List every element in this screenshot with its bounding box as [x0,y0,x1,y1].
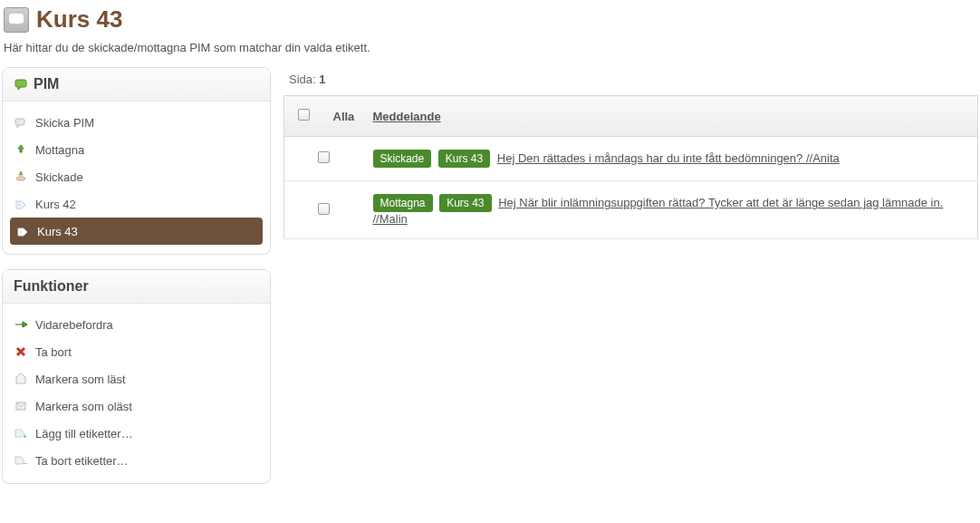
svg-point-3 [18,204,20,206]
page-label: Sida: [289,73,316,86]
nav-item-skickade[interactable]: Skickade [3,163,270,190]
row-checkbox[interactable] [318,203,330,215]
pim-panel-title: PIM [34,76,59,92]
func-vidarebefordra[interactable]: Vidarebefordra [3,311,270,338]
tag-icon [15,224,30,238]
compose-icon [14,115,28,130]
envelope-closed-icon [14,399,28,413]
nav-item-kurs-42[interactable]: Kurs 42 [3,190,270,218]
sent-icon [14,169,28,184]
tag-icon [14,197,28,211]
inbox-icon [14,142,28,157]
svg-rect-1 [15,119,24,125]
func-ta-bort-etiketter[interactable]: – Ta bort etiketter… [3,447,270,474]
delete-icon [14,344,28,359]
svg-point-4 [20,231,22,233]
func-label: Ta bort etiketter… [35,454,129,468]
func-label: Ta bort [35,345,72,359]
select-all-checkbox[interactable] [298,109,310,121]
table-row: Mottagna Kurs 43 Hej När blir inlämnings… [284,181,978,239]
svg-rect-0 [15,80,26,87]
func-ta-bort[interactable]: Ta bort [3,338,270,365]
nav-item-label: Mottagna [35,143,84,157]
table-row: Skickade Kurs 43 Hej Den rättades i månd… [284,137,978,181]
status-badge: Skickade [373,150,432,168]
row-checkbox[interactable] [318,151,330,163]
func-label: Lägg till etiketter… [35,427,133,441]
nav-item-kurs-43[interactable]: Kurs 43 [10,218,263,245]
messages-table: Alla Meddelande Skickade Kurs 43 Hej Den [283,95,978,239]
func-label: Vidarebefordra [35,318,113,332]
col-checkbox [284,96,324,137]
nav-item-label: Kurs 42 [35,198,76,211]
svg-text:+: + [23,432,27,440]
nav-item-mottagna[interactable]: Mottagna [3,136,270,163]
page-description: Här hittar du de skickade/mottagna PIM s… [0,41,980,67]
func-label: Markera som oläst [35,400,132,413]
pagination: Sida: 1 [283,67,978,95]
tag-remove-icon: – [14,453,28,468]
tag-badge: Kurs 43 [438,150,490,168]
pim-panel: PIM Skicka PIM Mottagna [2,67,271,255]
col-meddelande-label[interactable]: Meddelande [373,110,441,123]
svg-point-2 [16,177,25,180]
functions-panel: Funktioner Vidarebefordra Ta bort [2,269,271,484]
svg-text:–: – [23,459,27,467]
col-meddelande[interactable]: Meddelande [364,96,978,137]
func-lagg-till-etiketter[interactable]: + Lägg till etiketter… [3,420,270,447]
page-number: 1 [319,73,325,86]
message-link[interactable]: Hej Den rättades i måndags har du inte f… [497,151,840,165]
nav-item-label: Skickade [35,170,83,184]
functions-panel-header: Funktioner [3,270,270,304]
nav-item-label: Kurs 43 [37,225,78,238]
func-markera-last[interactable]: Markera som läst [3,365,270,392]
status-badge: Mottagna [373,194,433,212]
pim-icon [14,77,28,92]
envelope-open-icon [14,372,28,386]
speech-bubble-icon [4,7,29,33]
pim-panel-header: PIM [3,68,270,102]
col-alla[interactable]: Alla [324,96,364,137]
tag-badge: Kurs 43 [439,194,491,212]
nav-item-label: Skicka PIM [35,116,94,130]
tag-add-icon: + [14,426,28,441]
forward-arrow-icon [14,317,28,332]
func-label: Markera som läst [35,373,126,386]
functions-panel-title: Funktioner [14,278,89,295]
nav-item-skicka-pim[interactable]: Skicka PIM [3,109,270,136]
page-title: Kurs 43 [36,5,122,34]
func-markera-olast[interactable]: Markera som oläst [3,392,270,420]
